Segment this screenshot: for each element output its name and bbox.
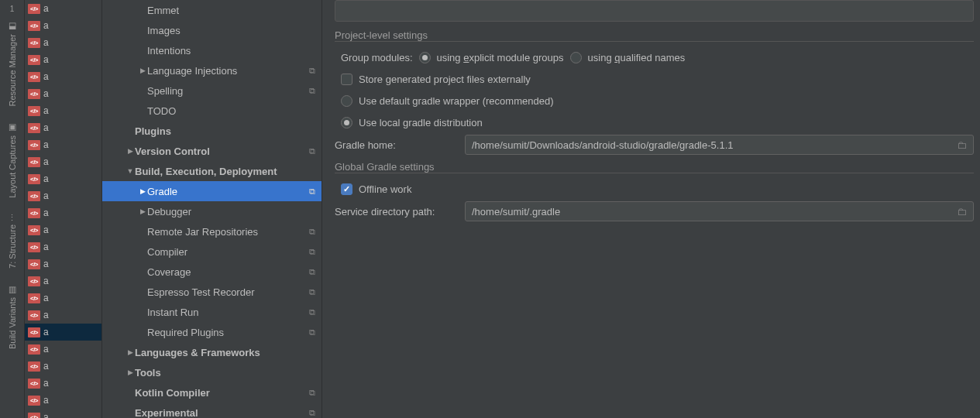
settings-tree[interactable]: EmmetImagesIntentions▶Language Injection…: [102, 0, 322, 418]
project-file-row[interactable]: </>a: [25, 221, 101, 238]
project-file-label: a: [43, 293, 49, 303]
radio-explicit-groups-label[interactable]: using explicit module groups: [437, 52, 564, 63]
project-file-row[interactable]: </>a: [25, 0, 101, 17]
project-file-row[interactable]: </>a: [25, 409, 101, 418]
settings-tree-item[interactable]: Coverage⧉: [102, 262, 322, 282]
offline-work-row[interactable]: Offline work: [335, 178, 974, 200]
chevron-right-icon[interactable]: ▶: [126, 147, 135, 155]
settings-tree-item[interactable]: Images: [102, 20, 322, 40]
settings-tree-item[interactable]: ▶Languages & Frameworks: [102, 342, 322, 362]
project-file-row[interactable]: </>a: [25, 290, 101, 307]
chevron-right-icon[interactable]: ▶: [126, 348, 135, 356]
settings-tree-item[interactable]: Experimental⧉: [102, 403, 322, 418]
project-file-row[interactable]: </>a: [25, 136, 101, 153]
browse-folder-icon[interactable]: 🗀: [957, 206, 967, 218]
radio-qualified-names[interactable]: [570, 52, 582, 63]
settings-tree-item[interactable]: ▶Debugger: [102, 201, 322, 221]
project-file-row[interactable]: </>a: [25, 187, 101, 204]
settings-tree-item[interactable]: Emmet: [102, 0, 322, 20]
project-file-row[interactable]: </>a: [25, 119, 101, 136]
xml-file-icon: </>: [28, 89, 40, 99]
tool-tab-structure[interactable]: 7: Structure ⋮: [5, 205, 19, 276]
per-project-badge-icon: ⧉: [309, 187, 315, 197]
settings-tree-item[interactable]: Kotlin Compiler⧉: [102, 382, 322, 403]
project-file-row[interactable]: </>a: [25, 358, 101, 375]
checkbox-offline-work-label[interactable]: Offline work: [359, 183, 411, 195]
project-file-row[interactable]: </>a: [25, 68, 101, 85]
project-file-row[interactable]: </>a: [25, 17, 101, 34]
settings-tree-item[interactable]: Required Plugins⧉: [102, 322, 322, 342]
xml-file-icon: </>: [28, 21, 40, 31]
project-file-row[interactable]: </>a: [25, 34, 101, 51]
store-externally-row[interactable]: Store generated project files externally: [335, 68, 974, 90]
xml-file-icon: </>: [28, 396, 40, 406]
settings-tree-item[interactable]: Spelling⧉: [102, 81, 322, 101]
project-file-row[interactable]: </>a: [25, 238, 101, 255]
use-local-dist-row[interactable]: Use local gradle distribution: [335, 111, 974, 133]
xml-file-icon: </>: [28, 327, 40, 337]
xml-file-icon: </>: [28, 310, 40, 320]
project-file-row[interactable]: </>a: [25, 255, 101, 272]
settings-tree-item[interactable]: Compiler⧉: [102, 242, 322, 262]
settings-tree-item[interactable]: ▶Language Injections⧉: [102, 60, 322, 81]
browse-folder-icon[interactable]: 🗀: [957, 139, 967, 151]
xml-file-icon: </>: [28, 38, 40, 48]
settings-tree-item[interactable]: ▶Version Control⧉: [102, 141, 322, 161]
project-file-row[interactable]: </>a: [25, 102, 101, 119]
project-tree-strip[interactable]: </>a</>a</>a</>a</>a</>a</>a</>a</>a</>a…: [25, 0, 102, 418]
radio-default-wrapper-label[interactable]: Use default gradle wrapper (recommended): [359, 95, 553, 107]
chevron-down-icon[interactable]: ▼: [126, 167, 135, 175]
radio-local-distribution[interactable]: [341, 117, 352, 128]
project-file-row[interactable]: </>a: [25, 153, 101, 170]
project-file-row[interactable]: </>a: [25, 341, 101, 358]
chevron-right-icon[interactable]: ▶: [138, 67, 147, 74]
settings-tree-item[interactable]: ▶Gradle⧉: [102, 181, 322, 201]
settings-tree-item-label: Languages & Frameworks: [135, 347, 315, 358]
tool-tab-layout-captures[interactable]: Layout Captures ▣: [5, 115, 19, 206]
tool-window-tabs: 1 Resource Manager ◧ Layout Captures ▣ 7…: [0, 0, 25, 418]
per-project-badge-icon: ⧉: [309, 307, 315, 317]
service-dir-label: Service directory path:: [335, 206, 459, 218]
settings-tree-item[interactable]: Remote Jar Repositories⧉: [102, 221, 322, 242]
settings-tree-item[interactable]: Instant Run⧉: [102, 302, 322, 322]
radio-qualified-names-label[interactable]: using qualified names: [588, 52, 686, 63]
project-file-row[interactable]: </>a: [25, 324, 101, 341]
use-default-wrapper-row[interactable]: Use default gradle wrapper (recommended): [335, 90, 974, 111]
tool-tab-resource-manager[interactable]: Resource Manager ◧: [5, 13, 19, 115]
settings-tree-item[interactable]: ▼Build, Execution, Deployment: [102, 161, 322, 181]
radio-default-wrapper[interactable]: [341, 95, 352, 107]
xml-file-icon: </>: [28, 191, 40, 201]
settings-tree-item-label: Espresso Test Recorder: [147, 286, 309, 298]
project-file-row[interactable]: </>a: [25, 85, 101, 102]
xml-file-icon: </>: [28, 140, 40, 150]
chevron-right-icon[interactable]: ▶: [126, 368, 135, 376]
per-project-badge-icon: ⧉: [309, 227, 315, 237]
service-dir-input[interactable]: /home/sumit/.gradle 🗀: [465, 201, 974, 221]
checkbox-offline-work[interactable]: [341, 183, 352, 195]
tool-tab-build-variants[interactable]: Build Variants ▤: [5, 276, 19, 357]
per-project-badge-icon: ⧉: [309, 66, 315, 76]
settings-tree-item[interactable]: Plugins: [102, 121, 322, 141]
project-file-row[interactable]: </>a: [25, 170, 101, 187]
project-file-row[interactable]: </>a: [25, 204, 101, 221]
chevron-right-icon[interactable]: ▶: [138, 187, 147, 195]
project-file-row[interactable]: </>a: [25, 307, 101, 324]
project-file-row[interactable]: </>a: [25, 272, 101, 290]
chevron-right-icon[interactable]: ▶: [138, 207, 147, 215]
project-file-row[interactable]: </>a: [25, 392, 101, 409]
radio-local-distribution-label[interactable]: Use local gradle distribution: [359, 117, 483, 128]
settings-tree-item[interactable]: Espresso Test Recorder⧉: [102, 282, 322, 302]
tool-tab-indicator: 1: [10, 5, 15, 13]
gradle-home-input[interactable]: /home/sumit/Downloads/android-studio/gra…: [465, 135, 974, 155]
top-text-area[interactable]: [335, 0, 974, 22]
project-file-row[interactable]: </>a: [25, 51, 101, 68]
radio-explicit-groups[interactable]: [419, 52, 431, 63]
settings-tree-item[interactable]: TODO: [102, 101, 322, 121]
service-dir-row: Service directory path: /home/sumit/.gra…: [335, 200, 974, 223]
settings-tree-item[interactable]: Intentions: [102, 40, 322, 60]
checkbox-store-externally-label[interactable]: Store generated project files externally: [359, 74, 531, 85]
settings-tree-item[interactable]: ▶Tools: [102, 362, 322, 382]
project-file-label: a: [43, 327, 49, 337]
project-file-row[interactable]: </>a: [25, 375, 101, 392]
checkbox-store-externally[interactable]: [341, 74, 352, 85]
